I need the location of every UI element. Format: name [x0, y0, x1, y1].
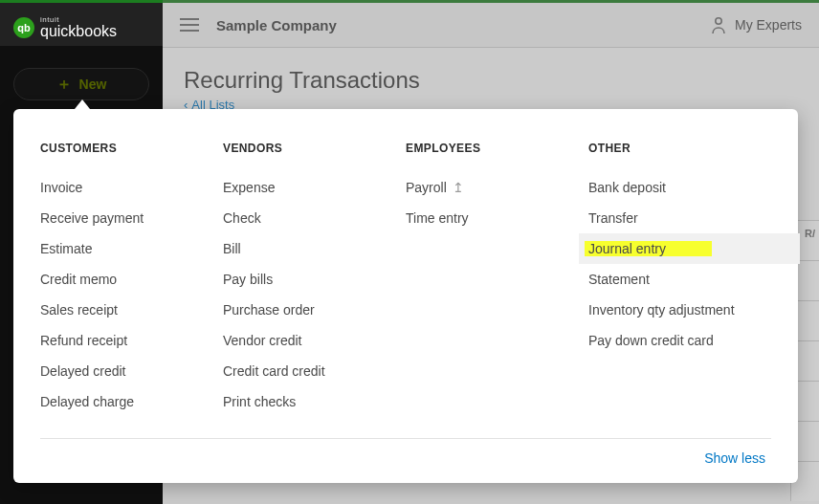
item-expense[interactable]: Expense	[223, 172, 406, 203]
item-transfer[interactable]: Transfer	[588, 203, 771, 233]
customers-column: CUSTOMERS Invoice Receive payment Estima…	[40, 142, 223, 417]
vendors-header: VENDORS	[223, 142, 406, 155]
item-journal-entry-label: Journal entry	[588, 241, 666, 256]
vendors-column: VENDORS Expense Check Bill Pay bills Pur…	[223, 142, 406, 417]
show-less-link[interactable]: Show less	[40, 450, 771, 466]
item-estimate[interactable]: Estimate	[40, 233, 223, 264]
item-time-entry[interactable]: Time entry	[406, 203, 588, 233]
item-purchase-order[interactable]: Purchase order	[223, 295, 406, 325]
item-vendor-credit[interactable]: Vendor credit	[223, 325, 406, 356]
customers-header: CUSTOMERS	[40, 142, 223, 155]
item-print-checks[interactable]: Print checks	[223, 386, 406, 417]
item-pay-down-credit-card[interactable]: Pay down credit card	[588, 325, 771, 356]
item-payroll[interactable]: Payroll ↥	[406, 172, 588, 203]
item-invoice[interactable]: Invoice	[40, 172, 223, 203]
item-credit-card-credit[interactable]: Credit card credit	[223, 356, 406, 386]
other-header: OTHER	[588, 142, 771, 155]
hamburger-icon[interactable]	[180, 14, 199, 35]
top-bar: Sample Company My Experts	[163, 0, 819, 48]
person-icon	[710, 15, 727, 34]
flyout-pointer	[75, 99, 90, 109]
item-journal-entry[interactable]: Journal entry	[579, 233, 800, 264]
item-payroll-label: Payroll	[406, 180, 447, 195]
svg-point-0	[716, 18, 721, 24]
item-bill[interactable]: Bill	[223, 233, 406, 264]
table-header-fragment: R/	[805, 228, 815, 239]
brand-product: quickbooks	[40, 24, 117, 39]
employees-header: EMPLOYEES	[406, 142, 588, 155]
item-bank-deposit[interactable]: Bank deposit	[588, 172, 771, 203]
item-pay-bills[interactable]: Pay bills	[223, 264, 406, 295]
arrow-up-icon: ↥	[453, 180, 464, 195]
new-transaction-flyout: CUSTOMERS Invoice Receive payment Estima…	[13, 109, 798, 483]
flyout-divider	[40, 438, 771, 439]
other-column: OTHER Bank deposit Transfer Journal entr…	[588, 142, 771, 417]
my-experts-label: My Experts	[735, 17, 802, 33]
page-title: Recurring Transactions	[184, 67, 798, 94]
item-statement[interactable]: Statement	[588, 264, 771, 295]
employees-column: EMPLOYEES Payroll ↥ Time entry	[406, 142, 588, 417]
item-check[interactable]: Check	[223, 203, 406, 233]
item-delayed-charge[interactable]: Delayed charge	[40, 386, 223, 417]
item-inventory-qty-adjustment[interactable]: Inventory qty adjustment	[588, 295, 771, 325]
item-receive-payment[interactable]: Receive payment	[40, 203, 223, 233]
item-sales-receipt[interactable]: Sales receipt	[40, 295, 223, 325]
company-name: Sample Company	[216, 17, 337, 33]
item-delayed-credit[interactable]: Delayed credit	[40, 356, 223, 386]
my-experts-button[interactable]: My Experts	[710, 15, 802, 34]
item-refund-receipt[interactable]: Refund receipt	[40, 325, 223, 356]
qb-mark-icon: qb	[13, 17, 34, 38]
item-credit-memo[interactable]: Credit memo	[40, 264, 223, 295]
